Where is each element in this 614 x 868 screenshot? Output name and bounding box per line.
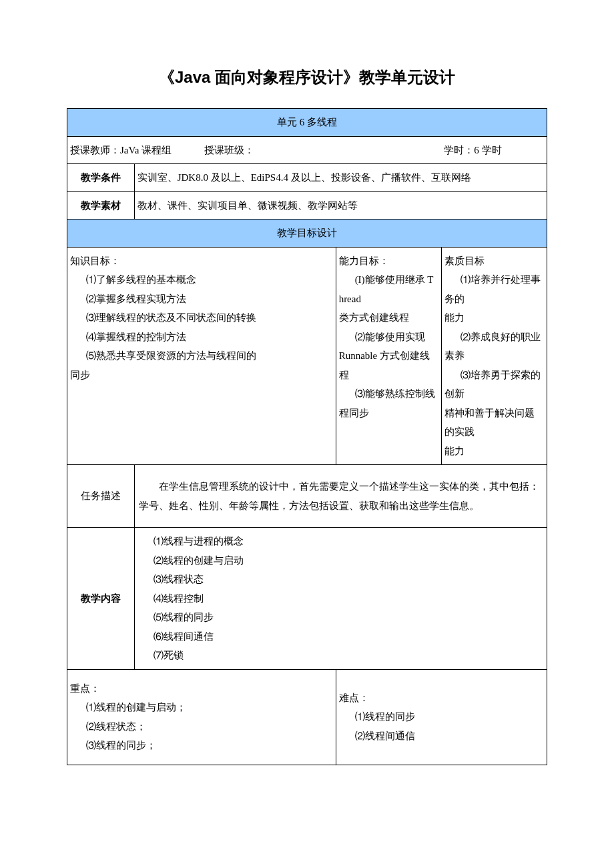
quality-line: ⑶培养勇于探索的创新	[444, 366, 544, 404]
task-value: 在学生信息管理系统的设计中，首先需要定义一个描述学生这一实体的类，其中包括：学号…	[134, 465, 547, 528]
ability-line: (I)能够使用继承 Thread	[339, 270, 438, 308]
teacher-value: JaVa 课程组	[120, 145, 172, 155]
goals-header: 教学目标设计	[67, 220, 547, 248]
ability-title: 能力目标：	[339, 256, 389, 266]
conditions-label: 教学条件	[67, 164, 135, 192]
knowledge-goals: 知识目标： ⑴了解多线程的基本概念 ⑵掌握多线程实现方法 ⑶理解线程的状态及不同…	[67, 247, 336, 465]
keypoints-item: ⑵线程状态；	[70, 717, 333, 737]
content-item: ⑵线程的创建与启动	[137, 551, 544, 570]
content-item: ⑹线程间通信	[137, 627, 544, 646]
content-item: ⑴线程与进程的概念	[137, 532, 544, 551]
content-item: ⑶线程状态	[137, 570, 544, 589]
ability-line: 类方式创建线程	[339, 312, 409, 323]
task-label: 任务描述	[67, 465, 135, 528]
diffpoints-item: ⑴线程的同步	[339, 707, 544, 727]
content-label: 教学内容	[67, 528, 135, 670]
keypoints-item: ⑶线程的同步；	[70, 736, 333, 755]
content-cell: ⑴线程与进程的概念 ⑵线程的创建与启动 ⑶线程状态 ⑷线程控制 ⑸线程的同步 ⑹…	[134, 528, 547, 670]
teacher-cell: 授课教师：JaVa 课程组	[67, 136, 202, 164]
knowledge-item: ⑸熟悉共享受限资源的方法与线程间的	[70, 346, 333, 366]
ability-line: ⑵能够使用实现	[339, 328, 438, 347]
quality-goals: 素质目标 ⑴培养并行处理事务的 能力 ⑵养成良好的职业素养 ⑶培养勇于探索的创新…	[441, 247, 547, 465]
unit-header: 单元 6 多线程	[67, 109, 547, 137]
class-cell: 授课班级：	[202, 136, 441, 164]
quality-title: 素质目标	[444, 256, 485, 266]
content-item: ⑷线程控制	[137, 589, 544, 608]
content-item: ⑸线程的同步	[137, 608, 544, 627]
hours-cell: 学时：6 学时	[441, 136, 547, 164]
ability-line: ⑶能够熟练控制线程同步	[339, 384, 438, 422]
knowledge-title: 知识目标：	[70, 256, 120, 266]
knowledge-tail: 同步	[70, 370, 90, 380]
diffpoints-item: ⑵线程间通信	[339, 727, 544, 746]
class-label: 授课班级：	[204, 145, 254, 155]
conditions-value: 实训室、JDK8.0 及以上、EdiPS4.4 及以上、投影设备、广播软件、互联…	[134, 164, 547, 192]
knowledge-item: ⑷掌握线程的控制方法	[70, 328, 333, 347]
materials-value: 教材、课件、实训项目单、微课视频、教学网站等	[134, 191, 547, 220]
quality-line: 精神和善于解决问题的实践	[444, 408, 535, 438]
diffpoints-title: 难点：	[339, 693, 369, 703]
quality-line: ⑵养成良好的职业素养	[444, 328, 544, 366]
hours-label: 学时：	[444, 145, 474, 155]
keypoints-title: 重点：	[70, 683, 100, 694]
ability-goals: 能力目标： (I)能够使用继承 Thread 类方式创建线程 ⑵能够使用实现 R…	[336, 247, 441, 465]
page-title: 《Java 面向对象程序设计》教学单元设计	[67, 67, 547, 88]
diffpoints-cell: 难点： ⑴线程的同步 ⑵线程间通信	[336, 669, 547, 765]
quality-line: 能力	[444, 446, 465, 456]
knowledge-item: ⑴了解多线程的基本概念	[70, 270, 333, 290]
hours-value: 6 学时	[474, 145, 501, 155]
keypoints-item: ⑴线程的创建与启动；	[70, 698, 333, 717]
lesson-table: 单元 6 多线程 授课教师：JaVa 课程组 授课班级： 学时：6 学时 教学条…	[67, 108, 547, 765]
teacher-label: 授课教师：	[70, 145, 120, 155]
materials-label: 教学素材	[67, 191, 135, 220]
knowledge-item: ⑵掌握多线程实现方法	[70, 290, 333, 309]
quality-line: 能力	[444, 312, 465, 323]
knowledge-item: ⑶理解线程的状态及不同状态间的转换	[70, 308, 333, 328]
content-item: ⑺死锁	[137, 646, 544, 665]
keypoints-cell: 重点： ⑴线程的创建与启动； ⑵线程状态； ⑶线程的同步；	[67, 669, 336, 765]
quality-line: ⑴培养并行处理事务的	[444, 270, 544, 308]
ability-line: Runnable 方式创建线程	[339, 350, 430, 380]
